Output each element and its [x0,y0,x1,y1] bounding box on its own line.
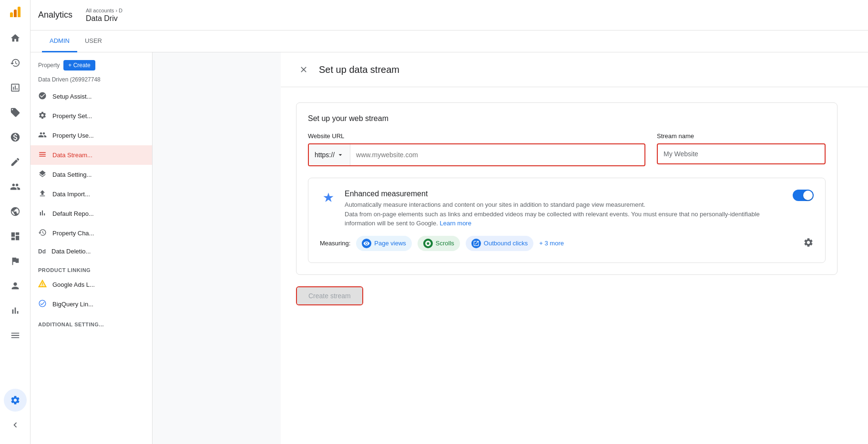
nav-google-ads[interactable]: Google Ads L... [31,275,152,294]
chevron-down-icon [337,151,344,159]
enhanced-settings-icon[interactable] [803,237,814,249]
nav-setup-assist-label: Setup Assist... [52,93,92,100]
scrolls-icon [423,239,433,248]
app-logo [0,0,30,23]
url-input-wrapper: https:// [308,143,645,166]
chip-scrolls-label: Scrolls [436,240,454,247]
enhanced-title: Enhanced measurement [345,190,785,198]
stream-name-input[interactable] [657,143,826,164]
nav-property-settings[interactable]: Property Set... [31,106,152,126]
form-card: Set up your web stream Website URL https… [296,102,837,275]
chip-page-views[interactable]: Page views [356,236,411,251]
website-url-label: Website URL [308,132,645,140]
sidebar-barchart[interactable] [4,299,27,322]
sidebar-explore[interactable] [4,76,27,99]
create-stream-button[interactable]: Create stream [297,287,362,304]
additional-settings-label: ADDITIONAL SETTING... [31,314,152,329]
sparkle-icon [320,190,337,207]
overlay-title: Set up data stream [319,64,399,75]
nav-bigquery[interactable]: BigQuery Lin... [31,294,152,314]
property-header: Property + Create [31,56,152,74]
nav-property-users[interactable]: Property Use... [31,126,152,145]
chip-outbound-label: Outbound clicks [484,240,528,247]
url-protocol-text: https:// [315,151,335,159]
sidebar-home[interactable] [4,27,27,50]
tab-admin[interactable]: ADMIN [42,30,77,52]
nav-property-changes-label: Property Cha... [52,230,94,237]
create-stream-btn-outline: Create stream [296,286,363,305]
list-icon [38,150,47,160]
google-ads-icon [38,280,47,290]
sidebar-person[interactable] [4,274,27,297]
url-protocol-selector[interactable]: https:// [309,144,350,165]
sidebar-people[interactable] [4,175,27,198]
nav-data-streams[interactable]: Data Stream... [31,145,152,165]
sidebar-list[interactable] [4,324,27,347]
sidebar-tag[interactable] [4,101,27,124]
sidebar-collapse[interactable] [4,414,27,436]
nav-google-ads-label: Google Ads L... [52,281,95,288]
learn-more-link[interactable]: Learn more [439,220,471,227]
nav-default-reports-label: Default Repo... [52,210,94,217]
dd-label-icon: Dd [38,248,46,255]
settings-icon [38,111,47,121]
form-row: Website URL https:// [308,132,826,166]
breadcrumb: All accounts › D Data Driv [86,8,123,23]
overlay-content: Set up your web stream Website URL https… [281,87,853,321]
overlay-header: Set up data stream [281,52,868,87]
create-property-button[interactable]: + Create [63,60,95,71]
nav-data-deletion[interactable]: Dd Data Deletio... [31,243,152,260]
nav-data-import-label: Data Import... [52,191,90,198]
property-name: Data Driven (269927748 [31,74,152,87]
create-stream-section: Create stream [296,286,837,305]
sidebar-globe[interactable] [4,200,27,223]
nav-data-settings[interactable]: Data Setting... [31,165,152,184]
bar-chart-icon [38,209,47,219]
page-views-icon [362,239,371,248]
chip-scrolls[interactable]: Scrolls [418,236,460,251]
overlay-panel: Set up data stream Set up your web strea… [281,52,868,444]
outbound-clicks-icon [471,239,481,248]
nav-data-streams-label: Data Stream... [52,151,92,159]
breadcrumb-top: All accounts › D [86,8,123,13]
nav-property-settings-label: Property Set... [52,112,92,120]
logo-icon [10,7,20,17]
bigquery-icon [38,299,47,309]
people-icon [38,131,47,141]
check-circle-icon [38,91,47,101]
admin-tabs: ADMIN USER [31,30,868,52]
sidebar-reports[interactable] [4,51,27,74]
sidebar-flag[interactable] [4,250,27,272]
top-header: Analytics All accounts › D Data Driv [31,0,868,30]
stream-name-label: Stream name [657,132,826,140]
website-url-group: Website URL https:// [308,132,645,166]
sidebar-pencil[interactable] [4,151,27,173]
svg-point-3 [42,285,43,286]
nav-property-users-label: Property Use... [52,132,94,139]
nav-default-reports[interactable]: Default Repo... [31,204,152,223]
chip-more[interactable]: + 3 more [539,240,564,247]
enhanced-header: Enhanced measurement Automatically measu… [320,190,814,228]
property-label: Property [38,62,60,69]
sidebar-dashboard[interactable] [4,225,27,248]
enhanced-toggle[interactable] [793,190,814,201]
nav-data-settings-label: Data Setting... [52,171,92,178]
tab-user[interactable]: USER [77,30,110,52]
close-button[interactable] [296,62,311,77]
left-nav: Property + Create Data Driven (269927748… [31,52,153,444]
nav-data-import[interactable]: Data Import... [31,184,152,204]
url-input[interactable] [350,144,644,165]
form-card-title: Set up your web stream [308,114,826,123]
breadcrumb-main: Data Driv [86,14,123,23]
upload-icon [38,189,47,199]
measuring-label: Measuring: [320,240,350,247]
history-icon [38,228,47,238]
sidebar-monetization[interactable] [4,126,27,149]
nav-setup-assist[interactable]: Setup Assist... [31,87,152,106]
chip-page-views-label: Page views [374,240,406,247]
chip-outbound-clicks[interactable]: Outbound clicks [466,236,534,251]
nav-property-changes[interactable]: Property Cha... [31,223,152,243]
stream-name-group: Stream name [657,132,826,166]
sidebar-settings[interactable] [4,389,27,412]
nav-data-deletion-label: Data Deletio... [51,248,91,255]
